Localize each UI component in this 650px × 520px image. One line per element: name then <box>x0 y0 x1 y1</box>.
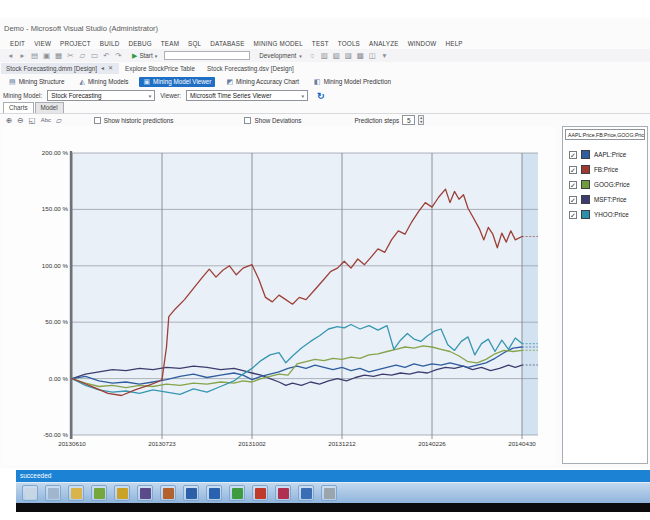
legend-item-checkbox[interactable]: ✓ <box>569 166 577 174</box>
taskbar-app-icon-5[interactable] <box>114 485 130 501</box>
taskbar-app-icon-8[interactable] <box>183 485 199 501</box>
menu-item-analyze[interactable]: ANALYZE <box>369 40 399 47</box>
taskbar-app-icon-1[interactable] <box>22 485 38 501</box>
legend-item-label: FB:Price <box>594 166 618 173</box>
more-commands-icon[interactable]: ▾ <box>380 50 389 61</box>
menu-item-build[interactable]: BUILD <box>100 40 120 47</box>
taskbar-app-icon-14[interactable] <box>321 485 337 501</box>
series-selector-combo[interactable]: AAPL:Price,FB:Price,GOOG:Price,MSF <box>565 129 645 140</box>
y-axis-tick-label: 100.00 % <box>42 262 69 269</box>
tab-close-icon[interactable]: ✕ <box>108 64 113 73</box>
menu-item-help[interactable]: HELP <box>445 40 462 47</box>
legend-item-checkbox[interactable]: ✓ <box>569 211 577 219</box>
y-axis-tick-label: -50.00 % <box>43 431 68 438</box>
taskbar-excel-icon[interactable] <box>229 485 245 501</box>
prediction-steps-input[interactable]: 5 <box>402 115 415 125</box>
doc-tab-1[interactable]: Stock Forecasting.dmm [Design]◂✕ <box>1 63 119 74</box>
extensions-icon[interactable]: ◫ <box>368 50 377 61</box>
nav-mining-accuracy-chart[interactable]: ◩Mining Accuracy Chart <box>222 77 303 87</box>
taskbar-folder-icon[interactable] <box>68 485 84 501</box>
doc-tab-2[interactable]: Explore StockPrice Table <box>120 63 201 74</box>
x-axis-tick-label: 20140226 <box>418 440 446 447</box>
x-axis-tick-label: 20130723 <box>148 440 176 447</box>
legend-item-label: AAPL:Price <box>594 151 626 158</box>
save-all-icon[interactable]: ▦ <box>54 50 63 61</box>
copy-icon[interactable]: ▱ <box>78 50 87 61</box>
model-selector-bar: Mining Model: Stock Forecasting ▾ Viewer… <box>0 89 650 102</box>
find-icon[interactable]: ○ <box>308 50 317 61</box>
legend-item-checkbox[interactable]: ✓ <box>569 181 577 189</box>
zoom-out-icon[interactable]: ⊖ <box>17 116 23 125</box>
taskbar-app-icon-7[interactable] <box>160 485 176 501</box>
taskbar-app-icon-12[interactable] <box>275 485 291 501</box>
undo-icon[interactable]: ↶ <box>102 50 111 61</box>
nav-back-icon[interactable]: ◂ <box>6 50 15 61</box>
tab-model[interactable]: Model <box>35 102 64 113</box>
copy-chart-icon[interactable]: ▱ <box>56 116 62 125</box>
menu-item-mining-model[interactable]: MINING MODEL <box>254 40 303 47</box>
chart-toolbar: ⊕⊖◱Abc▱ Show historic predictions Show D… <box>0 113 650 126</box>
paste-icon[interactable]: ▭ <box>90 50 99 61</box>
start-debug-button[interactable]: ▶ Start ▾ <box>132 52 157 60</box>
properties-icon[interactable]: ▨ <box>344 50 353 61</box>
team-explorer-icon[interactable]: ▧ <box>332 50 341 61</box>
menu-item-view[interactable]: VIEW <box>34 40 51 47</box>
viewer-combo[interactable]: Microsoft Time Series Viewer ▾ <box>186 90 308 101</box>
tab-charts[interactable]: Charts <box>3 102 34 113</box>
menu-bar: EDITVIEWPROJECTBUILDDEBUGTEAMSQLDATABASE… <box>0 37 650 49</box>
legend-item-checkbox[interactable]: ✓ <box>569 151 577 159</box>
mining-model-value: Stock Forecasting <box>51 92 101 99</box>
nav-forward-icon[interactable]: ▸ <box>18 50 27 61</box>
spinner-down-icon[interactable]: ▾ <box>419 120 423 124</box>
chevron-down-icon: ▾ <box>155 53 158 59</box>
taskbar-visual-studio-icon[interactable] <box>137 485 153 501</box>
legend-item: ✓MSFT:Price <box>563 192 647 207</box>
new-file-icon[interactable]: ▤ <box>30 50 39 61</box>
taskbar-app-icon-2[interactable] <box>45 485 61 501</box>
doc-tab-3[interactable]: Stock Forecasting.dsv [Design] <box>202 63 300 74</box>
zoom-fit-icon[interactable]: ◱ <box>29 116 36 125</box>
toolbox-icon[interactable]: ▩ <box>356 50 365 61</box>
status-text: succeeded <box>20 472 51 479</box>
show-deviations-checkbox[interactable] <box>244 117 251 124</box>
menu-item-project[interactable]: PROJECT <box>60 40 91 47</box>
taskbar-app-icon-9[interactable] <box>206 485 222 501</box>
zoom-in-icon[interactable]: ⊕ <box>6 116 12 125</box>
refresh-viewer-icon[interactable]: ↻ <box>317 91 325 101</box>
menu-item-database[interactable]: DATABASE <box>210 40 244 47</box>
series-color-swatch <box>581 180 590 189</box>
chevron-down-icon: ▾ <box>299 53 302 59</box>
mining-model-combo[interactable]: Stock Forecasting ▾ <box>47 90 155 101</box>
menu-item-test[interactable]: TEST <box>312 40 329 47</box>
menu-item-edit[interactable]: EDIT <box>10 40 25 47</box>
menu-item-sql[interactable]: SQL <box>188 40 201 47</box>
save-icon[interactable]: ▣ <box>42 50 51 61</box>
nav-mining-models[interactable]: ◭Mining Models <box>75 77 132 87</box>
redo-icon[interactable]: ↷ <box>114 50 123 61</box>
nav-mining-model-prediction[interactable]: ◧Mining Model Prediction <box>310 77 395 87</box>
taskbar-powerpoint-icon[interactable] <box>252 485 268 501</box>
nav-mining-structure[interactable]: ▤Mining Structure <box>5 77 68 87</box>
series-color-swatch <box>581 195 590 204</box>
solution-config-combo[interactable]: Development ▾ <box>259 52 302 59</box>
y-axis-line <box>70 151 72 439</box>
taskbar-app-icon-13[interactable] <box>298 485 314 501</box>
menu-item-team[interactable]: TEAM <box>161 40 179 47</box>
nav-mining-model-viewer[interactable]: ▣Mining Model Viewer <box>139 77 215 87</box>
tab-scroll-left-icon[interactable]: ◂ <box>101 64 104 73</box>
menu-item-debug[interactable]: DEBUG <box>128 40 151 47</box>
debug-target-combo[interactable] <box>164 51 250 60</box>
prediction-steps-stepper[interactable]: ▴ ▾ <box>418 115 424 125</box>
taskbar-app-icon-4[interactable] <box>91 485 107 501</box>
legend-item: ✓GOOG:Price <box>563 177 647 192</box>
menu-item-tools[interactable]: TOOLS <box>338 40 360 47</box>
legend-item-checkbox[interactable]: ✓ <box>569 196 577 204</box>
show-historic-predictions-checkbox[interactable] <box>94 117 101 124</box>
menu-item-window[interactable]: WINDOW <box>408 40 437 47</box>
nav-label: Mining Model Prediction <box>324 78 391 85</box>
abc-label-icon[interactable]: Abc <box>41 117 51 123</box>
window-title: Demo - Microsoft Visual Studio (Administ… <box>0 22 650 35</box>
solution-explorer-icon[interactable]: ▥ <box>320 50 329 61</box>
legend-item-label: GOOG:Price <box>594 181 630 188</box>
cut-icon[interactable]: ✂ <box>66 50 75 61</box>
